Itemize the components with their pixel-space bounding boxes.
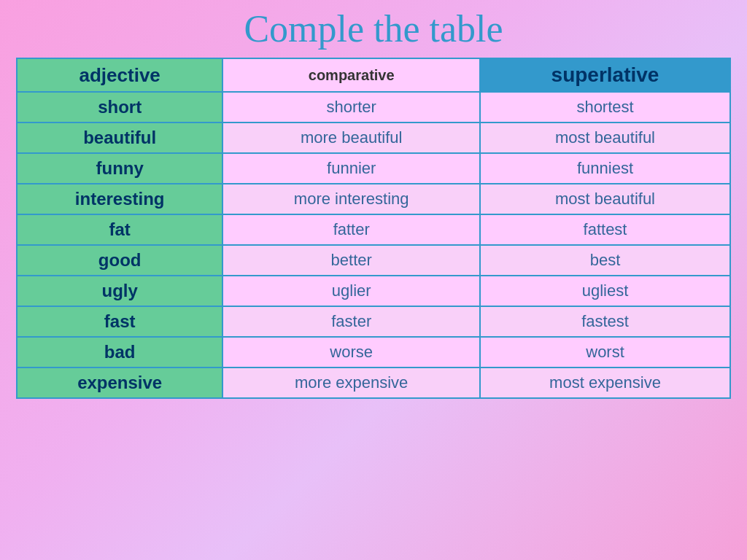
cell-adjective: bad: [17, 337, 222, 368]
table-row: shortshortershortest: [17, 92, 730, 122]
cell-adjective: ugly: [17, 276, 222, 306]
cell-superlative: worst: [480, 337, 730, 368]
table-row: fastfasterfastest: [17, 306, 730, 337]
cell-adjective: expensive: [17, 368, 222, 398]
cell-comparative: uglier: [222, 276, 480, 306]
cell-comparative: more beautiful: [222, 122, 480, 153]
table-header-row: adjective comparative superlative: [17, 58, 730, 92]
cell-adjective: good: [17, 245, 222, 276]
page-title: Comple the table: [244, 7, 503, 50]
cell-comparative: shorter: [222, 92, 480, 122]
table-row: funnyfunnierfunniest: [17, 153, 730, 184]
table-row: fatfatterfattest: [17, 214, 730, 245]
header-comparative: comparative: [222, 58, 480, 92]
table-row: interestingmore interestingmost beautifu…: [17, 184, 730, 214]
cell-superlative: fastest: [480, 306, 730, 337]
cell-comparative: fatter: [222, 214, 480, 245]
cell-adjective: fast: [17, 306, 222, 337]
cell-superlative: most expensive: [480, 368, 730, 398]
cell-superlative: shortest: [480, 92, 730, 122]
cell-adjective: beautiful: [17, 122, 222, 153]
cell-adjective: fat: [17, 214, 222, 245]
table-row: goodbetterbest: [17, 245, 730, 276]
cell-superlative: most beautiful: [480, 122, 730, 153]
cell-comparative: worse: [222, 337, 480, 368]
cell-adjective: short: [17, 92, 222, 122]
header-superlative: superlative: [480, 58, 730, 92]
cell-adjective: interesting: [17, 184, 222, 214]
cell-comparative: faster: [222, 306, 480, 337]
table-row: badworseworst: [17, 337, 730, 368]
cell-superlative: most beautiful: [480, 184, 730, 214]
cell-comparative: more expensive: [222, 368, 480, 398]
cell-comparative: more interesting: [222, 184, 480, 214]
table-row: expensivemore expensivemost expensive: [17, 368, 730, 398]
cell-superlative: fattest: [480, 214, 730, 245]
cell-adjective: funny: [17, 153, 222, 184]
cell-superlative: funniest: [480, 153, 730, 184]
cell-comparative: funnier: [222, 153, 480, 184]
header-adjective: adjective: [17, 58, 222, 92]
table-row: beautifulmore beautifulmost beautiful: [17, 122, 730, 153]
cell-superlative: ugliest: [480, 276, 730, 306]
adjectives-table: adjective comparative superlative shorts…: [16, 58, 731, 399]
cell-superlative: best: [480, 245, 730, 276]
cell-comparative: better: [222, 245, 480, 276]
table-container: adjective comparative superlative shorts…: [16, 58, 731, 399]
table-row: uglyuglierugliest: [17, 276, 730, 306]
